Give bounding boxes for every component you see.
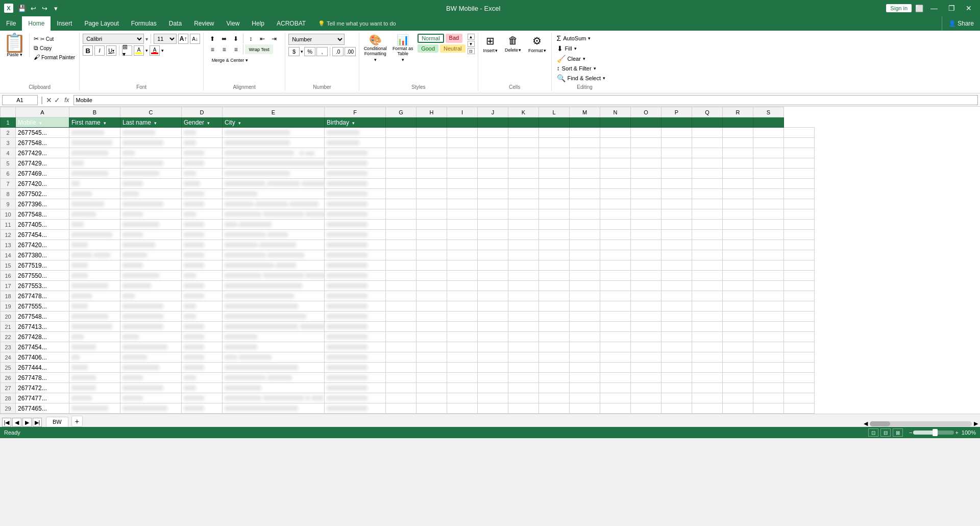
cell-data[interactable]: XXXXXXXXX [69,281,120,291]
cell-empty[interactable] [662,342,692,352]
cell-empty[interactable] [723,301,753,312]
cell-empty[interactable] [386,189,416,199]
wrap-text-button[interactable]: Wrap Text [245,44,273,54]
format-painter-button[interactable]: 🖌 Format Painter [33,53,76,61]
insert-button[interactable]: ⊞ Insert ▾ [481,34,500,54]
cell-data[interactable]: XXXXXX [120,250,182,260]
cell-data[interactable]: XXXXXXXXXXXXXXXXX [223,291,325,301]
cell-empty[interactable] [447,393,478,403]
cell-empty[interactable] [539,179,570,189]
cell-data[interactable]: XXXXX-XXXX [69,250,120,260]
cell-empty[interactable] [631,332,662,342]
cell-empty[interactable] [570,352,600,363]
font-name-dropdown[interactable]: ▾ [145,36,148,42]
cell-data[interactable]: XXXXXXXXXXX [120,342,182,352]
cell-empty[interactable] [570,158,600,169]
cell-data[interactable]: 2677429... [16,148,69,158]
cell-empty[interactable] [478,199,508,209]
cell-empty[interactable] [447,260,478,271]
cell-empty[interactable] [662,260,692,271]
cell-empty[interactable] [631,271,662,281]
cell-empty[interactable] [386,209,416,220]
cell-empty[interactable] [600,301,631,312]
cell-empty[interactable] [753,291,784,301]
cell-data[interactable]: XXXXXXXX-XXXXXXXXX [223,240,325,250]
cell-empty[interactable] [539,138,570,148]
cell-empty[interactable] [478,363,508,373]
cell-data[interactable]: XXXXXXXXXX [325,169,386,179]
format-as-table-button[interactable]: 📊 Format as Table ▾ [390,34,415,63]
cell-empty[interactable] [784,230,815,240]
cell-empty[interactable] [508,148,539,158]
cell-data[interactable]: XXXXX [182,240,223,250]
cell-empty[interactable] [692,383,723,393]
cell-empty[interactable] [662,291,692,301]
cell-h1[interactable] [416,117,447,128]
cell-k1[interactable] [508,117,539,128]
cell-empty[interactable] [753,322,784,332]
cell-empty[interactable] [478,158,508,169]
cell-data[interactable]: XXXXXX [120,352,182,363]
sort-filter-button[interactable]: ↕ Sort & Filter ▾ [555,64,598,73]
cell-empty[interactable] [508,128,539,138]
font-color-button[interactable]: A [150,45,160,56]
cell-empty[interactable] [508,189,539,199]
merge-center-button[interactable]: Merge & Center ▾ [207,55,253,65]
format-table-dropdown[interactable]: ▾ [402,57,404,62]
cell-empty[interactable] [539,403,570,414]
cell-empty[interactable] [539,342,570,352]
font-color-dropdown[interactable]: ▾ [161,48,164,53]
cell-empty[interactable] [447,383,478,393]
cell-empty[interactable] [600,393,631,403]
delete-button[interactable]: 🗑 Delete ▾ [503,34,523,54]
cell-empty[interactable] [539,352,570,363]
cell-empty[interactable] [416,271,447,281]
cell-empty[interactable] [416,199,447,209]
cell-data[interactable]: XXXXX [182,148,223,158]
cell-empty[interactable] [662,179,692,189]
cell-empty[interactable] [692,220,723,230]
cell-empty[interactable] [692,291,723,301]
cell-empty[interactable] [662,169,692,179]
cell-empty[interactable] [570,169,600,179]
cell-empty[interactable] [386,291,416,301]
cell-empty[interactable] [386,128,416,138]
cell-empty[interactable] [570,322,600,332]
cell-empty[interactable] [508,260,539,271]
cell-empty[interactable] [600,230,631,240]
cell-empty[interactable] [600,281,631,291]
cell-data[interactable]: XXXXXXXXXX [325,209,386,220]
cell-empty[interactable] [692,373,723,383]
cell-empty[interactable] [723,148,753,158]
cell-empty[interactable] [723,393,753,403]
cell-empty[interactable] [416,230,447,240]
cell-empty[interactable] [753,260,784,271]
cell-empty[interactable] [570,148,600,158]
cell-empty[interactable] [753,169,784,179]
cell-reference-box[interactable]: A1 [2,95,38,105]
cell-data[interactable]: XXXXX [182,281,223,291]
format-button[interactable]: ⚙ Format ▾ [526,34,548,54]
cell-empty[interactable] [600,332,631,342]
cell-data[interactable]: XXX [182,169,223,179]
col-header-n[interactable]: N [600,107,631,117]
cell-empty[interactable] [478,301,508,312]
sheet-next-button[interactable]: ▶ [22,418,32,427]
cell-empty[interactable] [416,240,447,250]
tab-review[interactable]: Review [188,16,220,31]
cell-data[interactable]: XXXXXXXXXXXXXXXXXXXX [223,312,325,322]
cell-empty[interactable] [386,281,416,291]
cell-data[interactable]: XXXXXXXXXX [325,301,386,312]
cell-data[interactable]: XXXXXXXXXXXXXXXX [223,128,325,138]
cell-empty[interactable] [539,148,570,158]
cell-empty[interactable] [570,189,600,199]
cell-data[interactable]: XXX [182,128,223,138]
conditional-formatting-button[interactable]: 🎨 Conditional Formatting ▾ [362,34,388,63]
cell-empty[interactable] [386,383,416,393]
cell-empty[interactable] [662,383,692,393]
col-header-j[interactable]: J [478,107,508,117]
cell-data[interactable]: XXXXX [69,189,120,199]
cell-empty[interactable] [600,352,631,363]
cell-empty[interactable] [416,383,447,393]
cell-empty[interactable] [753,158,784,169]
